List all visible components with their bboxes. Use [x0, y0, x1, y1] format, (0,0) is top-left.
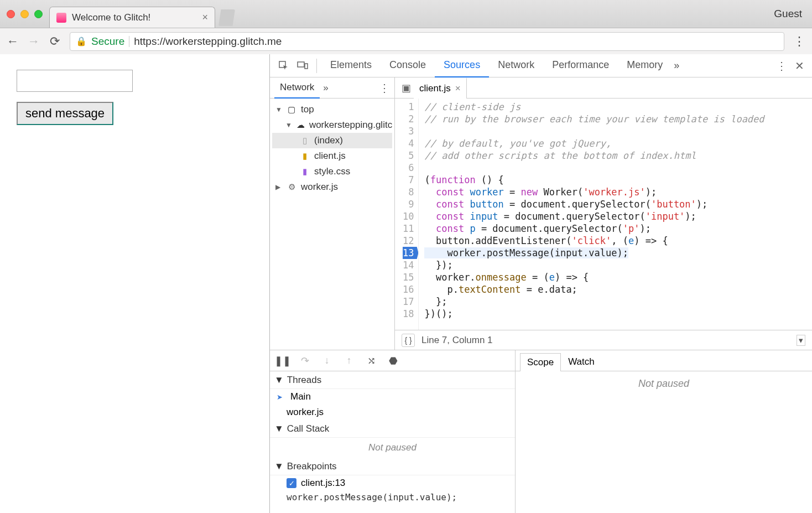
tab-console[interactable]: Console: [381, 54, 435, 77]
chevron-down-icon: ▼: [285, 121, 292, 129]
callstack-empty: Not paused: [270, 438, 515, 458]
close-window-button[interactable]: [7, 10, 15, 18]
url-text: https://workerstepping.glitch.me: [134, 35, 282, 48]
devtools-tabbar: Elements Console Sources Network Perform…: [270, 54, 812, 77]
deactivate-breakpoints-button[interactable]: ⤭: [365, 355, 377, 367]
close-tab-button[interactable]: ×: [455, 83, 461, 94]
navigator-menu-button[interactable]: ⋮: [379, 81, 390, 95]
pause-on-exceptions-button[interactable]: ⬣: [387, 355, 399, 367]
inspect-element-button[interactable]: [274, 56, 293, 75]
css-file-icon: ▮: [300, 167, 310, 177]
tree-label: workerstepping.glitch: [309, 120, 392, 131]
new-tab-button[interactable]: [218, 9, 235, 26]
tab-performance[interactable]: Performance: [543, 54, 618, 77]
code-content: // client-side js // run by the browser …: [419, 99, 769, 330]
navigator-tab-network[interactable]: Network: [274, 77, 320, 99]
devtools: Elements Console Sources Network Perform…: [270, 54, 812, 513]
breakpoint-checkbox[interactable]: ✓: [287, 478, 296, 488]
send-message-button[interactable]: send message: [17, 102, 113, 125]
window-controls: [7, 10, 43, 18]
profile-label[interactable]: Guest: [774, 8, 805, 20]
toggle-drawer-button[interactable]: ▾: [797, 335, 805, 346]
editor-statusbar: { } Line 7, Column 1 ▾: [395, 330, 812, 350]
navigator-pane: Network » ⋮ ▼ ▢ top ▼ ☁ workerstepping.g…: [270, 77, 395, 350]
line-gutter[interactable]: 123456789101112131415161718: [395, 99, 419, 330]
back-button[interactable]: ←: [7, 35, 19, 48]
tabs-overflow-button[interactable]: »: [674, 60, 679, 71]
gear-icon: ⚙: [287, 182, 296, 192]
thread-label: worker.js: [287, 407, 324, 418]
tree-label: top: [301, 104, 314, 115]
section-label: Breakpoints: [287, 461, 337, 472]
chevron-down-icon: ▼: [274, 423, 284, 434]
pause-button[interactable]: ❚❚: [277, 355, 289, 367]
editor-pane: ▣ client.js × 12345678910111213141516171…: [395, 77, 812, 350]
separator: [129, 36, 129, 47]
toolbar: ← → ⟳ 🔒 Secure https://workerstepping.gl…: [0, 28, 812, 54]
editor-tab-label: client.js: [419, 83, 451, 94]
devtools-menu-button[interactable]: ⋮: [776, 59, 787, 72]
debugger-pane: ❚❚ ↷ ↓ ↑ ⤭ ⬣ ▼ Threads Main worker.js: [270, 350, 812, 513]
tree-worker[interactable]: ▶ ⚙ worker.js: [272, 179, 392, 195]
thread-label: Main: [290, 391, 311, 402]
tree-file-index[interactable]: ▯ (index): [272, 133, 392, 148]
pretty-print-button[interactable]: { }: [402, 334, 415, 347]
address-bar[interactable]: 🔒 Secure https://workerstepping.glitch.m…: [70, 32, 784, 51]
browser-menu-button[interactable]: ⋮: [793, 34, 805, 49]
step-over-button[interactable]: ↷: [299, 355, 311, 367]
debugger-right: Scope Watch Not paused: [516, 350, 812, 513]
sources-panel: Network » ⋮ ▼ ▢ top ▼ ☁ workerstepping.g…: [270, 77, 812, 350]
content-area: send message Elements Console Sources Ne…: [0, 54, 812, 513]
tree-domain[interactable]: ▼ ☁ workerstepping.glitch: [272, 117, 392, 133]
navigator-overflow-button[interactable]: »: [323, 82, 328, 94]
favicon-icon: [56, 13, 66, 23]
tree-file-stylecss[interactable]: ▮ style.css: [272, 164, 392, 179]
forward-button[interactable]: →: [28, 35, 40, 48]
breakpoint-item[interactable]: ✓ client.js:13: [270, 475, 515, 491]
file-tree: ▼ ▢ top ▼ ☁ workerstepping.glitch ▯ (ind…: [270, 99, 394, 198]
cloud-icon: ☁: [296, 120, 305, 130]
chevron-down-icon: ▼: [275, 106, 282, 113]
js-file-icon: ▮: [300, 151, 310, 161]
tree-frame-top[interactable]: ▼ ▢ top: [272, 102, 392, 117]
devtools-close-button[interactable]: ✕: [795, 59, 804, 72]
scope-tab[interactable]: Scope: [520, 353, 561, 371]
tab-memory[interactable]: Memory: [618, 54, 672, 77]
browser-tab[interactable]: Welcome to Glitch! ×: [49, 7, 215, 28]
tab-sources[interactable]: Sources: [435, 54, 489, 77]
thread-worker[interactable]: worker.js: [270, 405, 515, 420]
thread-main[interactable]: Main: [270, 389, 515, 405]
threads-header[interactable]: ▼ Threads: [270, 371, 515, 389]
editor-tabs: ▣ client.js ×: [395, 77, 812, 99]
callstack-header[interactable]: ▼ Call Stack: [270, 420, 515, 438]
tab-elements[interactable]: Elements: [321, 54, 381, 77]
message-input[interactable]: [17, 70, 133, 92]
minimize-window-button[interactable]: [20, 10, 29, 18]
chevron-right-icon: ▶: [275, 183, 282, 191]
reload-button[interactable]: ⟳: [49, 35, 61, 48]
chevron-down-icon: ▼: [274, 461, 284, 472]
device-toolbar-button[interactable]: [293, 56, 312, 75]
watch-tab[interactable]: Watch: [561, 353, 602, 371]
tree-file-clientjs[interactable]: ▮ client.js: [272, 148, 392, 164]
scope-watch-tabs: Scope Watch: [516, 350, 812, 371]
tab-network[interactable]: Network: [489, 54, 543, 77]
editor-tab-clientjs[interactable]: client.js ×: [414, 77, 467, 99]
frame-icon: ▢: [287, 105, 296, 115]
section-label: Threads: [287, 375, 321, 386]
editor-nav-button[interactable]: ▣: [398, 82, 414, 94]
breakpoint-marker[interactable]: 13: [403, 247, 418, 259]
tree-label: client.js: [314, 151, 346, 162]
code-editor[interactable]: 123456789101112131415161718 // client-si…: [395, 99, 812, 330]
lock-icon: 🔒: [76, 36, 87, 46]
svg-rect-2: [305, 64, 308, 69]
chevron-down-icon: ▼: [274, 375, 284, 386]
maximize-window-button[interactable]: [34, 10, 43, 18]
breakpoints-header[interactable]: ▼ Breakpoints: [270, 458, 515, 475]
secure-label: Secure: [91, 35, 124, 48]
step-out-button[interactable]: ↑: [343, 355, 355, 367]
titlebar: Welcome to Glitch! × Guest: [0, 0, 812, 28]
step-into-button[interactable]: ↓: [321, 355, 333, 367]
close-tab-button[interactable]: ×: [202, 12, 208, 23]
tree-label: worker.js: [301, 182, 338, 193]
